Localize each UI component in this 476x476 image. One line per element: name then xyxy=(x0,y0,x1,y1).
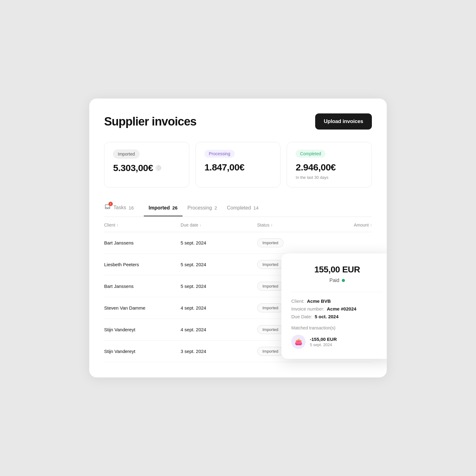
td-status-0: Imported xyxy=(257,238,315,247)
tab-imported[interactable]: Imported 26 xyxy=(144,201,183,216)
card-badge-processing: Processing xyxy=(205,150,235,158)
td-due-date-0: 5 sept. 2024 xyxy=(181,240,257,245)
td-client-1: Liesbeth Peeters xyxy=(104,262,181,267)
transaction-icon-wrap: 👛 xyxy=(291,335,306,349)
popup-detail-invoice: Invoice number: Acme #02024 xyxy=(291,306,383,311)
card-subtitle-completed: In the last 30 days xyxy=(296,175,363,180)
sort-icon-due-date: ↓ xyxy=(200,223,201,227)
transaction-date: 5 sept. 2024 xyxy=(310,342,337,347)
popup-divider xyxy=(291,292,383,292)
td-due-date-1: 5 sept. 2024 xyxy=(181,262,257,267)
popup-matched-title: Matched transaction(s) xyxy=(291,325,383,330)
status-badge-2: Imported xyxy=(257,282,284,291)
tab-tasks-count: 16 xyxy=(129,205,134,210)
detail-popup: 155,00 EUR Paid Client: Acme BVB Invoice… xyxy=(281,253,387,359)
summary-cards: Imported 5.303,00€ ⓘ Processing 1.847,00… xyxy=(104,142,372,187)
wallet-icon: 👛 xyxy=(295,338,302,346)
th-due-date[interactable]: Due date ↓ xyxy=(181,223,257,227)
card-amount-imported: 5.303,00€ ⓘ xyxy=(113,163,180,173)
status-badge-3: Imported xyxy=(257,303,284,312)
header: Supplier invoices Upload invoices xyxy=(104,113,372,130)
sort-icon-client: ↕ xyxy=(117,223,118,227)
page-title: Supplier invoices xyxy=(104,115,196,128)
popup-paid-status: Paid xyxy=(291,278,383,283)
task-badge: ! xyxy=(108,202,113,206)
card-amount-processing: 1.847,00€ xyxy=(205,162,272,173)
card-processing[interactable]: Processing 1.847,00€ xyxy=(196,142,281,187)
tab-processing-label: Processing xyxy=(187,205,212,211)
tab-imported-label: Imported xyxy=(149,205,170,211)
task-icon-wrap: ! xyxy=(104,204,111,212)
popup-transaction: 👛 -155,00 EUR 5 sept. 2024 xyxy=(291,335,383,349)
info-icon[interactable]: ⓘ xyxy=(156,165,161,171)
th-amount[interactable]: Amount ↕ xyxy=(315,223,372,227)
tab-completed-label: Completed xyxy=(227,205,251,211)
tab-completed-count: 14 xyxy=(253,205,259,210)
card-badge-imported: Imported xyxy=(113,150,139,158)
status-badge-5: Imported xyxy=(257,347,284,356)
table-header: Client ↕ Due date ↓ Status ↕ Amount ↕ xyxy=(104,217,372,232)
tab-imported-count: 26 xyxy=(172,205,178,210)
card-imported[interactable]: Imported 5.303,00€ ⓘ xyxy=(104,142,189,187)
app-container: Supplier invoices Upload invoices Import… xyxy=(89,99,387,377)
td-client-3: Steven Van Damme xyxy=(104,305,181,311)
td-client-4: Stijn Vandereyt xyxy=(104,327,181,332)
status-badge-4: Imported xyxy=(257,325,284,334)
th-client[interactable]: Client ↕ xyxy=(104,223,181,227)
td-client-0: Bart Janssens xyxy=(104,240,181,245)
sort-icon-status: ↕ xyxy=(271,223,272,227)
card-badge-completed: Completed xyxy=(296,150,325,158)
table-row[interactable]: Bart Janssens 5 sept. 2024 Imported xyxy=(104,232,372,254)
upload-invoices-button[interactable]: Upload invoices xyxy=(315,113,372,130)
sort-icon-amount: ↕ xyxy=(370,223,372,227)
tab-completed[interactable]: Completed 14 xyxy=(222,201,263,216)
paid-status-dot xyxy=(342,279,345,282)
popup-amount: 155,00 EUR xyxy=(291,265,383,275)
card-completed[interactable]: Completed 2.946,00€ In the last 30 days xyxy=(287,142,372,187)
popup-detail-due-date: Due Date: 5 oct. 2024 xyxy=(291,314,383,319)
td-client-5: Stijn Vandereyt xyxy=(104,349,181,354)
transaction-amount: -155,00 EUR xyxy=(310,337,337,342)
tab-tasks-label: Tasks xyxy=(113,205,126,210)
transaction-details: -155,00 EUR 5 sept. 2024 xyxy=(310,337,337,347)
tab-processing-count: 2 xyxy=(214,205,217,210)
td-client-2: Bart Janssens xyxy=(104,284,181,289)
status-badge-0: Imported xyxy=(257,238,284,247)
td-due-date-4: 4 sept. 2024 xyxy=(181,327,257,332)
td-due-date-3: 4 sept. 2024 xyxy=(181,305,257,311)
th-status[interactable]: Status ↕ xyxy=(257,223,315,227)
card-amount-completed: 2.946,00€ xyxy=(296,162,363,173)
tab-processing[interactable]: Processing 2 xyxy=(183,201,222,216)
popup-detail-client: Client: Acme BVB xyxy=(291,298,383,304)
tab-tasks[interactable]: ! Tasks 16 xyxy=(104,200,140,217)
td-due-date-2: 5 sept. 2024 xyxy=(181,284,257,289)
status-badge-1: Imported xyxy=(257,260,284,269)
td-due-date-5: 3 sept. 2024 xyxy=(181,349,257,354)
tabs: ! Tasks 16 Imported 26 Processing 2 Comp… xyxy=(104,200,372,217)
